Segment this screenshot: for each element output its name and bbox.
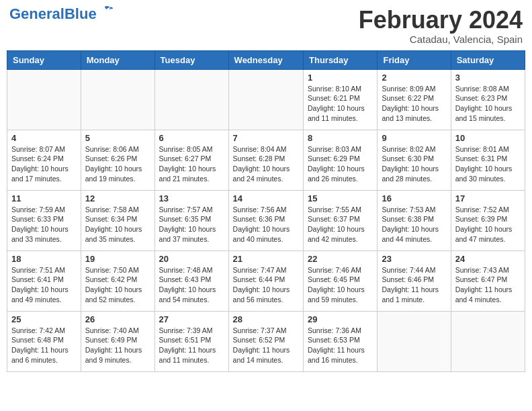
page-header: GeneralBlue February 2024 Catadau, Valen… xyxy=(7,7,525,45)
day-info: Sunrise: 8:07 AM Sunset: 6:24 PM Dayligh… xyxy=(11,144,77,184)
calendar-cell: 5Sunrise: 8:06 AM Sunset: 6:26 PM Daylig… xyxy=(81,130,154,190)
day-number: 1 xyxy=(308,73,373,83)
day-number: 6 xyxy=(159,133,224,143)
calendar-cell: 4Sunrise: 8:07 AM Sunset: 6:24 PM Daylig… xyxy=(7,130,81,190)
day-number: 21 xyxy=(233,254,299,264)
calendar-cell: 23Sunrise: 7:44 AM Sunset: 6:46 PM Dayli… xyxy=(378,250,451,311)
week-row: 25Sunrise: 7:42 AM Sunset: 6:48 PM Dayli… xyxy=(7,311,525,371)
calendar-cell xyxy=(378,311,451,371)
day-number: 27 xyxy=(159,314,224,324)
month-title: February 2024 xyxy=(359,7,523,34)
calendar-cell: 3Sunrise: 8:08 AM Sunset: 6:23 PM Daylig… xyxy=(451,69,525,130)
day-number: 2 xyxy=(382,73,446,83)
calendar-cell: 8Sunrise: 8:03 AM Sunset: 6:29 PM Daylig… xyxy=(304,130,378,190)
day-info: Sunrise: 8:03 AM Sunset: 6:29 PM Dayligh… xyxy=(308,144,373,184)
day-info: Sunrise: 8:10 AM Sunset: 6:21 PM Dayligh… xyxy=(308,84,373,124)
calendar-cell: 6Sunrise: 8:05 AM Sunset: 6:27 PM Daylig… xyxy=(154,130,228,190)
calendar-cell: 12Sunrise: 7:58 AM Sunset: 6:34 PM Dayli… xyxy=(81,190,154,250)
day-number: 12 xyxy=(85,193,150,203)
day-info: Sunrise: 7:43 AM Sunset: 6:47 PM Dayligh… xyxy=(455,265,521,305)
day-number: 24 xyxy=(455,254,521,264)
day-of-week-header: Tuesday xyxy=(154,50,228,69)
day-info: Sunrise: 7:47 AM Sunset: 6:44 PM Dayligh… xyxy=(233,265,299,305)
calendar-cell: 18Sunrise: 7:51 AM Sunset: 6:41 PM Dayli… xyxy=(7,250,81,311)
day-info: Sunrise: 8:01 AM Sunset: 6:31 PM Dayligh… xyxy=(455,144,521,184)
day-number: 25 xyxy=(11,314,77,324)
calendar-cell: 15Sunrise: 7:55 AM Sunset: 6:37 PM Dayli… xyxy=(304,190,378,250)
day-info: Sunrise: 7:52 AM Sunset: 6:39 PM Dayligh… xyxy=(455,205,521,244)
day-info: Sunrise: 7:44 AM Sunset: 6:46 PM Dayligh… xyxy=(382,265,446,305)
day-info: Sunrise: 8:08 AM Sunset: 6:23 PM Dayligh… xyxy=(455,84,521,124)
logo: GeneralBlue xyxy=(9,7,113,21)
week-row: 4Sunrise: 8:07 AM Sunset: 6:24 PM Daylig… xyxy=(7,130,525,190)
day-info: Sunrise: 7:46 AM Sunset: 6:45 PM Dayligh… xyxy=(308,265,373,305)
day-info: Sunrise: 7:58 AM Sunset: 6:34 PM Dayligh… xyxy=(85,205,150,244)
calendar-cell xyxy=(451,311,525,371)
day-info: Sunrise: 8:05 AM Sunset: 6:27 PM Dayligh… xyxy=(159,144,224,184)
day-info: Sunrise: 8:09 AM Sunset: 6:22 PM Dayligh… xyxy=(382,84,446,124)
title-block: February 2024 Catadau, Valencia, Spain xyxy=(359,7,523,45)
calendar-cell xyxy=(154,69,228,130)
calendar-cell: 26Sunrise: 7:40 AM Sunset: 6:49 PM Dayli… xyxy=(81,311,154,371)
calendar-cell: 24Sunrise: 7:43 AM Sunset: 6:47 PM Dayli… xyxy=(451,250,525,311)
day-number: 9 xyxy=(382,133,446,143)
logo-text: GeneralBlue xyxy=(9,7,97,21)
day-number: 22 xyxy=(308,254,373,264)
day-info: Sunrise: 7:48 AM Sunset: 6:43 PM Dayligh… xyxy=(159,265,224,305)
day-info: Sunrise: 7:59 AM Sunset: 6:33 PM Dayligh… xyxy=(11,205,77,244)
day-info: Sunrise: 7:42 AM Sunset: 6:48 PM Dayligh… xyxy=(11,326,77,365)
day-info: Sunrise: 8:06 AM Sunset: 6:26 PM Dayligh… xyxy=(85,144,150,184)
day-of-week-header: Wednesday xyxy=(228,50,303,69)
day-number: 7 xyxy=(233,133,299,143)
day-info: Sunrise: 7:37 AM Sunset: 6:52 PM Dayligh… xyxy=(233,326,299,365)
calendar-cell: 21Sunrise: 7:47 AM Sunset: 6:44 PM Dayli… xyxy=(228,250,303,311)
day-number: 10 xyxy=(455,133,521,143)
location: Catadau, Valencia, Spain xyxy=(359,34,523,45)
day-number: 3 xyxy=(455,73,521,83)
calendar-cell: 28Sunrise: 7:37 AM Sunset: 6:52 PM Dayli… xyxy=(228,311,303,371)
day-of-week-header: Friday xyxy=(378,50,451,69)
calendar-cell xyxy=(7,69,81,130)
day-number: 23 xyxy=(382,254,446,264)
day-info: Sunrise: 7:40 AM Sunset: 6:49 PM Dayligh… xyxy=(85,326,150,365)
day-of-week-header: Sunday xyxy=(7,50,81,69)
day-info: Sunrise: 7:53 AM Sunset: 6:38 PM Dayligh… xyxy=(382,205,446,244)
day-number: 14 xyxy=(233,193,299,203)
day-info: Sunrise: 8:04 AM Sunset: 6:28 PM Dayligh… xyxy=(233,144,299,184)
calendar-cell: 9Sunrise: 8:02 AM Sunset: 6:30 PM Daylig… xyxy=(378,130,451,190)
day-info: Sunrise: 7:57 AM Sunset: 6:35 PM Dayligh… xyxy=(159,205,224,244)
calendar-cell xyxy=(228,69,303,130)
calendar-cell: 2Sunrise: 8:09 AM Sunset: 6:22 PM Daylig… xyxy=(378,69,451,130)
calendar-cell xyxy=(81,69,154,130)
week-row: 1Sunrise: 8:10 AM Sunset: 6:21 PM Daylig… xyxy=(7,69,525,130)
calendar-cell: 14Sunrise: 7:56 AM Sunset: 6:36 PM Dayli… xyxy=(228,190,303,250)
day-number: 8 xyxy=(308,133,373,143)
calendar-cell: 25Sunrise: 7:42 AM Sunset: 6:48 PM Dayli… xyxy=(7,311,81,371)
calendar-cell: 1Sunrise: 8:10 AM Sunset: 6:21 PM Daylig… xyxy=(304,69,378,130)
day-number: 16 xyxy=(382,193,446,203)
calendar-cell: 22Sunrise: 7:46 AM Sunset: 6:45 PM Dayli… xyxy=(304,250,378,311)
calendar-cell: 10Sunrise: 8:01 AM Sunset: 6:31 PM Dayli… xyxy=(451,130,525,190)
calendar-cell: 11Sunrise: 7:59 AM Sunset: 6:33 PM Dayli… xyxy=(7,190,81,250)
calendar-cell: 19Sunrise: 7:50 AM Sunset: 6:42 PM Dayli… xyxy=(81,250,154,311)
calendar-header-row: SundayMondayTuesdayWednesdayThursdayFrid… xyxy=(7,50,525,69)
day-of-week-header: Monday xyxy=(81,50,154,69)
calendar-cell: 27Sunrise: 7:39 AM Sunset: 6:51 PM Dayli… xyxy=(154,311,228,371)
day-info: Sunrise: 7:56 AM Sunset: 6:36 PM Dayligh… xyxy=(233,205,299,244)
day-info: Sunrise: 7:51 AM Sunset: 6:41 PM Dayligh… xyxy=(11,265,77,305)
day-info: Sunrise: 7:50 AM Sunset: 6:42 PM Dayligh… xyxy=(85,265,150,305)
day-number: 29 xyxy=(308,314,373,324)
calendar-cell: 20Sunrise: 7:48 AM Sunset: 6:43 PM Dayli… xyxy=(154,250,228,311)
day-of-week-header: Thursday xyxy=(304,50,378,69)
day-number: 19 xyxy=(85,254,150,264)
calendar-cell: 13Sunrise: 7:57 AM Sunset: 6:35 PM Dayli… xyxy=(154,190,228,250)
calendar-cell: 16Sunrise: 7:53 AM Sunset: 6:38 PM Dayli… xyxy=(378,190,451,250)
day-info: Sunrise: 7:36 AM Sunset: 6:53 PM Dayligh… xyxy=(308,326,373,365)
day-info: Sunrise: 7:55 AM Sunset: 6:37 PM Dayligh… xyxy=(308,205,373,244)
calendar-cell: 17Sunrise: 7:52 AM Sunset: 6:39 PM Dayli… xyxy=(451,190,525,250)
calendar-table: SundayMondayTuesdayWednesdayThursdayFrid… xyxy=(7,50,525,372)
day-number: 18 xyxy=(11,254,77,264)
week-row: 18Sunrise: 7:51 AM Sunset: 6:41 PM Dayli… xyxy=(7,250,525,311)
day-number: 17 xyxy=(455,193,521,203)
day-number: 26 xyxy=(85,314,150,324)
